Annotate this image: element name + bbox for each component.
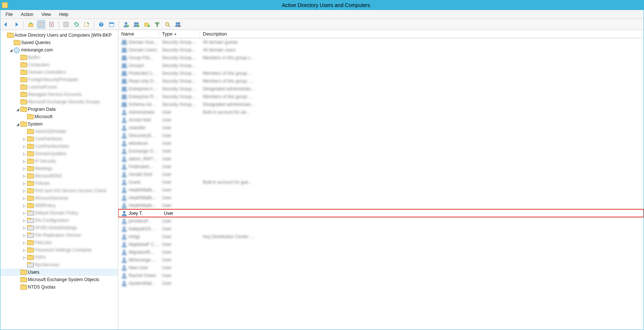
- list-row[interactable]: KalepahSS…User: [118, 225, 644, 233]
- tree-item[interactable]: Microsoft Exchange Security Groups: [0, 98, 118, 106]
- menu-file[interactable]: File: [2, 11, 16, 18]
- expand-icon[interactable]: ▷: [22, 174, 27, 178]
- tree-item[interactable]: Builtin: [0, 54, 118, 61]
- expand-icon[interactable]: ▷: [22, 226, 27, 230]
- list-row[interactable]: chandlerUser: [118, 124, 644, 131]
- tree-item[interactable]: LostAndFound: [0, 83, 118, 91]
- list-row[interactable]: Gerald SmitUser: [118, 170, 644, 178]
- list-row[interactable]: Exchange O…User: [118, 147, 644, 155]
- tree-item[interactable]: ▷Password Settings Container: [0, 246, 118, 254]
- list-row[interactable]: MapleteaF C…User: [118, 240, 644, 248]
- list-row[interactable]: HealthMailb…User: [118, 194, 644, 201]
- find-button[interactable]: [164, 20, 172, 29]
- list-row[interactable]: Domain UsersSecurity Group…All domain us…: [118, 46, 644, 54]
- expand-icon[interactable]: ▷: [22, 144, 27, 149]
- col-header-name[interactable]: Name: [118, 30, 159, 38]
- expand-icon[interactable]: ▷: [22, 256, 27, 260]
- collapse-icon[interactable]: ◢: [15, 107, 20, 111]
- filter-button[interactable]: [153, 20, 161, 29]
- tree-item[interactable]: ▷WinsockServices: [0, 194, 118, 202]
- refresh-button[interactable]: [72, 20, 80, 29]
- help-button[interactable]: [97, 20, 105, 29]
- tree-item[interactable]: ▷Meetings: [0, 165, 118, 172]
- expand-icon[interactable]: ▷: [22, 137, 27, 141]
- list-row[interactable]: admin_RWT…User: [118, 155, 644, 163]
- list-row[interactable]: GuestUserBuilt-in account for gue…: [118, 178, 644, 186]
- list-row[interactable]: Schema Ad…Security Group…Designated admi…: [118, 100, 644, 108]
- tree-item[interactable]: ▷IP Security: [0, 157, 118, 165]
- expand-icon[interactable]: ▷: [22, 181, 27, 186]
- list-row[interactable]: Arnold NettUser: [118, 116, 644, 124]
- list-row[interactable]: krbtgtUserKey Distribution Center …: [118, 233, 644, 240]
- list-row[interactable]: Joey T.User: [118, 209, 644, 217]
- expand-icon[interactable]: ▷: [22, 211, 27, 215]
- tree-item[interactable]: AdminSDHolder: [0, 128, 118, 135]
- tree-pane[interactable]: Active Directory Users and Computers [WI…: [0, 30, 118, 330]
- new-group-button[interactable]: [132, 20, 141, 29]
- list-row[interactable]: SystemMail…User: [118, 279, 644, 287]
- tree-item[interactable]: ▷DFSR-GlobalSettings: [0, 224, 118, 231]
- collapse-icon[interactable]: ◢: [15, 122, 20, 126]
- tree-system[interactable]: ◢ System: [0, 120, 118, 128]
- list-row[interactable]: Read-only D…Security Group…Members of th…: [118, 77, 644, 85]
- expand-icon[interactable]: ▷: [22, 196, 27, 200]
- tree-root[interactable]: Active Directory Users and Computers [WI…: [0, 31, 118, 39]
- tree-item[interactable]: Computers: [0, 61, 118, 69]
- menu-view[interactable]: View: [38, 11, 55, 18]
- expand-icon[interactable]: ▷: [22, 167, 27, 171]
- tree-item[interactable]: RpcServices: [0, 261, 118, 269]
- expand-icon[interactable]: ▷: [22, 204, 27, 208]
- list-rows[interactable]: Domain Gue…Security Group…All domain gue…: [118, 38, 644, 330]
- tree-item[interactable]: ForeignSecurityPrincipals: [0, 76, 118, 83]
- tree-item[interactable]: ▷Dfs-Configuration: [0, 217, 118, 224]
- list-row[interactable]: ekhobsonUser: [118, 139, 644, 147]
- expand-icon[interactable]: ▷: [22, 159, 27, 163]
- tree-ntds[interactable]: NTDS Quotas: [0, 283, 118, 291]
- tree-item[interactable]: ▷WMIPolicy: [0, 202, 118, 209]
- tree-domain[interactable]: ◢ miniorange.com: [0, 46, 118, 54]
- list-row[interactable]: Group Poli…Security Group…Members in thi…: [118, 54, 644, 61]
- list-row[interactable]: jennifersPUser: [118, 217, 644, 225]
- tree-item[interactable]: ▷MicrosoftDNS: [0, 172, 118, 180]
- tree-item[interactable]: Managed Service Accounts: [0, 91, 118, 98]
- nav-back-button[interactable]: [2, 20, 10, 29]
- tree-item[interactable]: ▷RAS and IAS Servers Access Check: [0, 187, 118, 194]
- add-to-group-button[interactable]: [174, 20, 182, 29]
- expand-icon[interactable]: ▷: [22, 152, 27, 156]
- tree-item[interactable]: Domain Controllers: [0, 69, 118, 76]
- expand-icon[interactable]: ▷: [22, 248, 27, 252]
- list-row[interactable]: HealthMailb…User: [118, 186, 644, 194]
- properties-button[interactable]: [62, 20, 70, 29]
- new-user-button[interactable]: [122, 20, 130, 29]
- expand-icon[interactable]: ▷: [22, 233, 27, 237]
- export-list-button[interactable]: [83, 20, 91, 29]
- list-row[interactable]: Enterprise R…Security Group…Members of t…: [118, 93, 644, 100]
- expand-icon[interactable]: ▷: [22, 241, 27, 245]
- expand-icon[interactable]: ▷: [22, 219, 27, 223]
- tree-item[interactable]: ▷File Replication Service: [0, 231, 118, 239]
- tree-item[interactable]: ▷ComPartitionSets: [0, 143, 118, 150]
- list-row[interactable]: Rachel GreenUser: [118, 271, 644, 279]
- tree-item[interactable]: ▷DomainUpdates: [0, 150, 118, 157]
- menu-action[interactable]: Action: [17, 11, 37, 18]
- tree-item[interactable]: ▷Policies: [0, 180, 118, 187]
- col-header-type[interactable]: Type▲: [159, 30, 200, 38]
- list-row[interactable]: Miniorange …User: [118, 256, 644, 264]
- list-row[interactable]: Domain Gue…Security Group…All domain gue…: [118, 38, 644, 46]
- tree-program-data[interactable]: ◢ Program Data: [0, 106, 118, 113]
- cut-button[interactable]: [47, 20, 56, 29]
- menu-help[interactable]: Help: [56, 11, 72, 18]
- list-row[interactable]: AdministratorUserBuilt-in account for ad…: [118, 108, 644, 116]
- tree-saved-queries[interactable]: Saved Queries: [0, 39, 118, 46]
- snapshot-button[interactable]: [108, 20, 116, 29]
- list-row[interactable]: HealthMailb…User: [118, 201, 644, 209]
- tree-item[interactable]: ▷PSPs: [0, 254, 118, 261]
- tree-microsoft[interactable]: Microsoft: [0, 113, 118, 120]
- list-row[interactable]: Federated…User: [118, 163, 644, 170]
- expand-icon[interactable]: ▷: [22, 189, 27, 193]
- up-level-button[interactable]: [27, 20, 35, 29]
- collapse-icon[interactable]: ◢: [9, 48, 14, 52]
- show-hide-tree-button[interactable]: [37, 20, 45, 29]
- tree-item[interactable]: ▷ComPartitions: [0, 135, 118, 143]
- tree-item[interactable]: ▷FileLinks: [0, 239, 118, 246]
